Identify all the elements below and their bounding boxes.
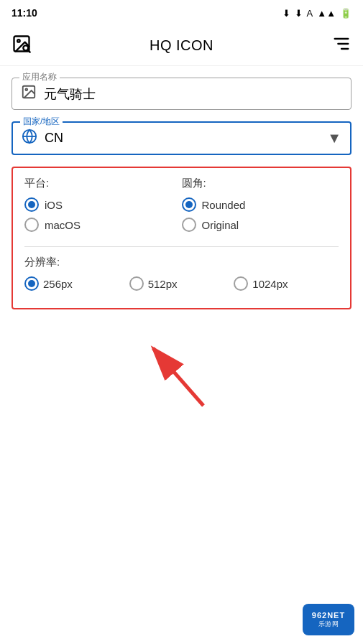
resolution-1024[interactable]: 1024px — [234, 276, 339, 291]
platform-label: 平台: — [24, 177, 182, 190]
resolution-label: 分辨率: — [24, 256, 339, 269]
options-divider — [24, 246, 339, 247]
svg-point-1 — [17, 39, 20, 42]
corner-label: 圆角: — [182, 177, 339, 190]
svg-point-8 — [25, 88, 27, 90]
region-field[interactable]: 国家/地区 CN ▼ — [12, 121, 351, 155]
app-name-value: 元气骑士 — [44, 85, 96, 103]
status-bar: 11:10 ⬇ ⬇ A ▲▲ 🔋 — [0, 0, 363, 26]
resolution-256[interactable]: 256px — [24, 276, 129, 291]
wifi-icon: ▲▲ — [317, 8, 336, 19]
app-bar: HQ ICON — [0, 26, 363, 66]
top-options-row: 平台: iOS macOS 圆角: Rounded — [24, 177, 339, 238]
corner-original-label: Original — [202, 219, 239, 231]
svg-line-12 — [153, 348, 203, 406]
arrow-svg — [139, 334, 225, 413]
corner-rounded-label: Rounded — [202, 199, 246, 211]
options-card: 平台: iOS macOS 圆角: Rounded — [12, 167, 351, 309]
platform-ios-radio[interactable] — [24, 197, 39, 212]
watermark: 962NET 乐游网 — [303, 604, 354, 635]
resolution-row: 256px 512px 1024px — [24, 276, 339, 291]
download-icon-1: ⬇ — [282, 8, 290, 19]
platform-macos-radio[interactable] — [24, 218, 39, 232]
corner-original[interactable]: Original — [182, 218, 339, 232]
status-time: 11:10 — [12, 7, 37, 19]
content-area: 应用名称 元气骑士 国家/地区 — [0, 66, 363, 424]
resolution-512[interactable]: 512px — [129, 276, 234, 291]
download-icon-2: ⬇ — [295, 8, 303, 19]
app-bar-right-icon[interactable] — [331, 34, 351, 58]
app-bar-title: HQ ICON — [150, 37, 213, 54]
resolution-512-radio[interactable] — [129, 276, 144, 291]
resolution-512-label: 512px — [148, 278, 178, 290]
app-name-label: 应用名称 — [19, 71, 60, 83]
app-name-field[interactable]: 应用名称 元气骑士 — [12, 78, 351, 110]
region-arrow-icon: ▼ — [327, 130, 341, 146]
corner-rounded-radio[interactable] — [182, 197, 196, 212]
resolution-section: 分辨率: 256px 512px 1024px — [24, 256, 339, 291]
platform-macos-label: macOS — [45, 219, 81, 231]
corner-rounded[interactable]: Rounded — [182, 197, 339, 212]
region-icon — [22, 129, 37, 148]
platform-macos[interactable]: macOS — [24, 218, 182, 232]
battery-icon: 🔋 — [340, 8, 351, 19]
svg-line-3 — [29, 50, 30, 52]
app-name-row: 元气骑士 — [21, 84, 342, 103]
svg-point-2 — [23, 45, 28, 50]
region-label: 国家/地区 — [20, 116, 63, 128]
app-name-icon — [21, 84, 37, 103]
notification-icon: A — [307, 8, 313, 19]
region-row: CN ▼ — [22, 129, 341, 148]
resolution-256-label: 256px — [43, 278, 73, 290]
watermark-bottom: 乐游网 — [318, 620, 339, 629]
platform-ios[interactable]: iOS — [24, 197, 182, 212]
corner-section: 圆角: Rounded Original — [182, 177, 339, 238]
status-icons: ⬇ ⬇ A ▲▲ 🔋 — [282, 8, 351, 19]
platform-ios-label: iOS — [45, 199, 63, 211]
resolution-1024-radio[interactable] — [234, 276, 248, 291]
resolution-256-radio[interactable] — [24, 276, 39, 291]
platform-section: 平台: iOS macOS — [24, 177, 182, 238]
region-inner: CN — [22, 129, 63, 148]
region-value: CN — [45, 131, 63, 146]
arrow-annotation — [12, 321, 351, 413]
app-bar-left-icon[interactable] — [12, 34, 32, 58]
watermark-top: 962NET — [312, 611, 345, 620]
resolution-1024-label: 1024px — [252, 278, 288, 290]
corner-original-radio[interactable] — [182, 218, 196, 232]
